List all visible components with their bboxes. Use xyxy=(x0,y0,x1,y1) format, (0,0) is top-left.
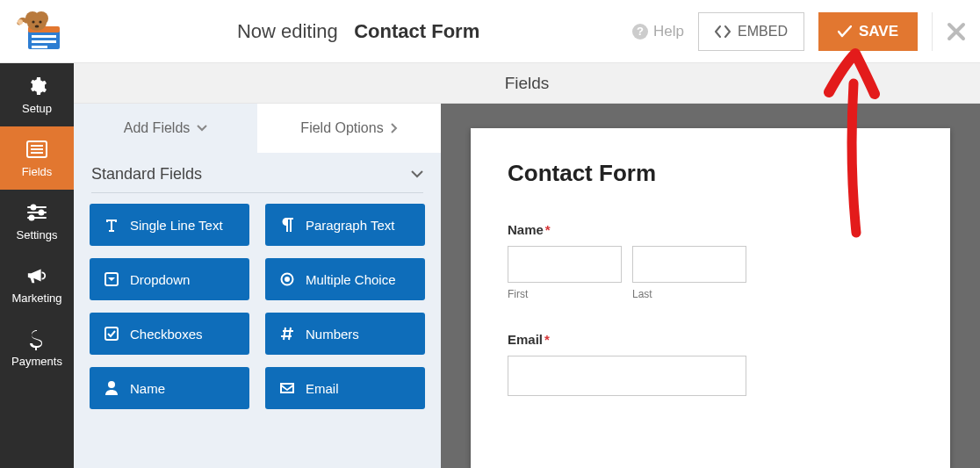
input-email[interactable] xyxy=(508,356,746,396)
svg-rect-13 xyxy=(31,145,43,147)
nav-item-fields[interactable]: Fields xyxy=(0,126,74,190)
check-icon xyxy=(838,25,852,38)
svg-point-19 xyxy=(32,205,36,209)
field-label-email: Email* xyxy=(508,332,913,347)
dollar-icon xyxy=(26,328,47,349)
svg-point-30 xyxy=(108,381,115,388)
required-marker: * xyxy=(545,222,551,237)
nav-label: Settings xyxy=(17,228,58,241)
form-preview[interactable]: Contact Form Name* First xyxy=(441,104,980,468)
nav-label: Marketing xyxy=(11,292,61,305)
tab-add-fields[interactable]: Add Fields xyxy=(74,104,257,153)
nav-item-payments[interactable]: Payments xyxy=(0,316,74,379)
preview-field-email[interactable]: Email* xyxy=(508,332,913,396)
list-icon xyxy=(26,139,47,160)
required-marker: * xyxy=(544,332,550,347)
fields-list[interactable]: Standard Fields Single Line Text Paragr xyxy=(74,153,441,468)
svg-rect-25 xyxy=(105,328,118,340)
svg-point-9 xyxy=(39,20,41,23)
svg-rect-14 xyxy=(31,148,43,150)
gear-icon xyxy=(26,76,47,97)
svg-rect-2 xyxy=(32,40,56,43)
preview-field-name[interactable]: Name* First Last xyxy=(508,222,913,300)
field-label: Paragraph Text xyxy=(306,218,394,233)
nav-label: Fields xyxy=(22,165,53,178)
user-icon xyxy=(104,381,119,395)
builder-split: Add Fields Field Options Standa xyxy=(74,104,980,468)
field-single-line-text[interactable]: Single Line Text xyxy=(90,204,249,246)
chevron-right-icon xyxy=(391,123,398,133)
chevron-down-icon xyxy=(197,125,207,132)
nav-label: Payments xyxy=(11,355,62,368)
field-name[interactable]: Name xyxy=(90,367,249,409)
help-icon: ? xyxy=(632,24,648,40)
svg-point-10 xyxy=(35,25,40,27)
field-paragraph-text[interactable]: Paragraph Text xyxy=(265,204,425,246)
svg-point-8 xyxy=(32,20,34,23)
input-first-name[interactable] xyxy=(508,246,622,283)
field-label-name: Name* xyxy=(508,222,913,237)
field-numbers[interactable]: Numbers xyxy=(265,313,425,355)
form-name: Contact Form xyxy=(354,20,479,42)
panel-title: Fields xyxy=(74,63,980,104)
radio-icon xyxy=(279,272,295,286)
checkbox-icon xyxy=(104,327,119,341)
top-bar: Now editing Contact Form ? Help EMBED SA… xyxy=(0,0,980,63)
field-label: Checkboxes xyxy=(130,327,203,342)
save-button[interactable]: SAVE xyxy=(818,12,918,51)
field-label: Email xyxy=(306,381,339,396)
group-title: Standard Fields xyxy=(91,165,202,184)
help-label: Help xyxy=(653,23,684,40)
field-email[interactable]: Email xyxy=(265,367,425,409)
wpforms-logo xyxy=(7,7,77,56)
editing-prefix: Now editing xyxy=(237,20,338,42)
svg-point-21 xyxy=(30,215,34,220)
tab-label: Field Options xyxy=(300,120,383,136)
field-label: Single Line Text xyxy=(130,218,223,233)
svg-rect-15 xyxy=(31,152,43,154)
field-multiple-choice[interactable]: Multiple Choice xyxy=(265,258,425,300)
field-label: Dropdown xyxy=(130,272,190,287)
field-dropdown[interactable]: Dropdown xyxy=(90,258,249,300)
group-standard-fields[interactable]: Standard Fields xyxy=(91,165,423,193)
sublabel-last: Last xyxy=(632,288,746,300)
field-buttons-grid: Single Line Text Paragraph Text Dropdown xyxy=(84,204,430,409)
tab-field-options[interactable]: Field Options xyxy=(257,104,441,153)
nav-item-marketing[interactable]: Marketing xyxy=(0,253,74,316)
field-checkboxes[interactable]: Checkboxes xyxy=(90,313,249,355)
help-link[interactable]: ? Help xyxy=(632,23,684,40)
field-label: Multiple Choice xyxy=(306,272,396,287)
svg-point-24 xyxy=(285,277,290,282)
embed-button[interactable]: EMBED xyxy=(698,12,804,51)
svg-point-20 xyxy=(40,210,44,214)
nav-label: Setup xyxy=(22,102,52,115)
svg-rect-1 xyxy=(32,35,56,38)
save-label: SAVE xyxy=(859,23,898,40)
nav-item-setup[interactable]: Setup xyxy=(0,63,74,126)
input-last-name[interactable] xyxy=(632,246,746,283)
caret-square-icon xyxy=(104,272,119,286)
text-icon xyxy=(104,218,119,232)
fields-panel: Add Fields Field Options Standa xyxy=(74,104,441,468)
preview-form-title: Contact Form xyxy=(508,160,913,187)
envelope-icon xyxy=(279,383,295,393)
sublabel-first: First xyxy=(508,288,622,300)
nav-item-settings[interactable]: Settings xyxy=(0,190,74,253)
field-label: Numbers xyxy=(306,327,359,342)
svg-point-7 xyxy=(27,15,47,31)
form-paper: Contact Form Name* First xyxy=(471,128,950,468)
field-label: Name xyxy=(130,381,165,396)
paragraph-icon xyxy=(279,218,295,232)
editing-title: Now editing Contact Form xyxy=(84,20,632,43)
close-icon xyxy=(947,22,966,41)
svg-line-29 xyxy=(289,328,291,340)
side-nav: Setup Fields Settings Marketing Payments xyxy=(0,63,74,468)
bullhorn-icon xyxy=(26,265,47,286)
hash-icon xyxy=(279,327,295,341)
name-row: First Last xyxy=(508,246,913,300)
close-button[interactable] xyxy=(947,22,966,41)
main: Setup Fields Settings Marketing Payments xyxy=(0,63,980,468)
tab-label: Add Fields xyxy=(124,120,191,136)
divider xyxy=(932,12,933,51)
top-actions: ? Help EMBED SAVE xyxy=(632,12,966,51)
